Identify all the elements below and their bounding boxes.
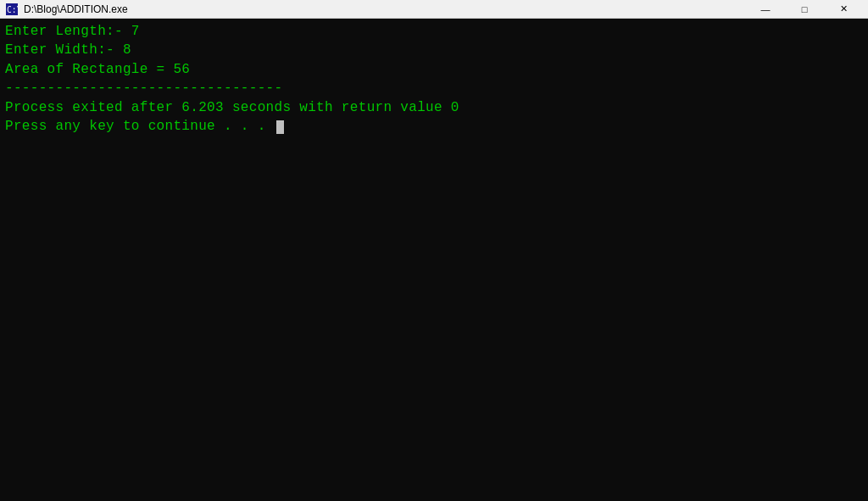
console-line-1: Enter Length:- 7	[5, 22, 863, 41]
console-line-2: Enter Width:- 8	[5, 41, 863, 59]
minimize-button[interactable]: —	[746, 0, 785, 19]
cursor	[276, 120, 284, 134]
title-bar-text: D:\Blog\ADDITION.exe	[24, 3, 741, 15]
title-bar-controls: — □ ✕	[746, 0, 863, 19]
console-line-5: Process exited after 6.203 seconds with …	[5, 98, 863, 117]
console-line-6-text: Press any key to continue . . .	[5, 119, 275, 134]
maximize-button[interactable]: □	[785, 0, 824, 19]
title-bar: C:\ D:\Blog\ADDITION.exe — □ ✕	[0, 0, 868, 19]
close-button[interactable]: ✕	[824, 0, 863, 19]
cmd-icon: C:\	[5, 3, 19, 16]
svg-text:C:\: C:\	[7, 5, 18, 14]
console-line-4: ---------------------------------	[5, 79, 863, 97]
console-area: Enter Length:- 7 Enter Width:- 8 Area of…	[0, 19, 868, 501]
console-line-6: Press any key to continue . . .	[5, 117, 863, 136]
console-line-3: Area of Rectangle = 56	[5, 60, 863, 79]
